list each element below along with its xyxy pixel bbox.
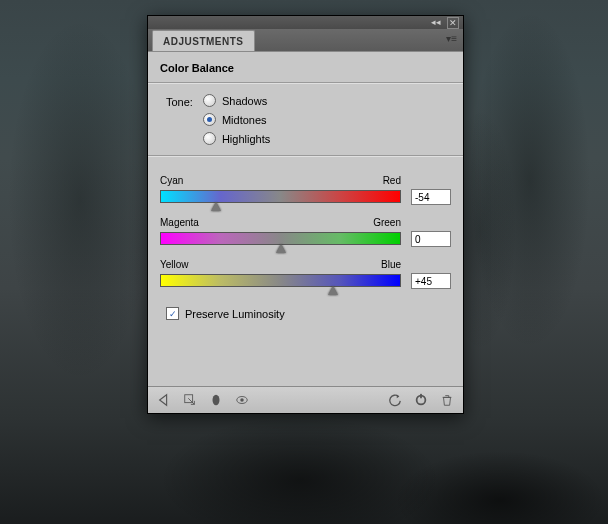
slider-label-right: Green: [373, 217, 401, 228]
reset-icon[interactable]: [413, 392, 429, 408]
slider-value-input[interactable]: [411, 231, 451, 247]
slider-magenta-green: Magenta Green: [160, 217, 451, 245]
svg-point-3: [240, 398, 244, 402]
slider-thumb[interactable]: [328, 286, 338, 295]
clip-icon[interactable]: [208, 392, 224, 408]
trash-icon[interactable]: [439, 392, 455, 408]
slider-value-input[interactable]: [411, 189, 451, 205]
adjustment-title: Color Balance: [160, 60, 451, 82]
tone-label: Tone:: [166, 94, 193, 108]
panel-body: Color Balance Tone: Shadows Midtones Hig…: [148, 52, 463, 386]
radio-icon: [203, 132, 216, 145]
panel-dragbar[interactable]: ◂◂ ✕: [148, 16, 463, 29]
slider-label-left: Yellow: [160, 259, 189, 270]
slider-track[interactable]: [160, 232, 401, 245]
slider-label-left: Cyan: [160, 175, 183, 186]
divider: [148, 155, 463, 157]
panel-bottombar: [148, 386, 463, 413]
slider-label-right: Red: [383, 175, 401, 186]
radio-shadows[interactable]: Shadows: [203, 94, 270, 107]
radio-label: Highlights: [222, 133, 270, 145]
panel-menu-icon[interactable]: ▾≡: [446, 33, 457, 44]
slider-track[interactable]: [160, 274, 401, 287]
expand-icon[interactable]: [182, 392, 198, 408]
close-icon[interactable]: ✕: [447, 17, 459, 29]
tone-group: Tone: Shadows Midtones Highlights: [166, 94, 451, 145]
svg-point-1: [213, 395, 220, 406]
slider-label-right: Blue: [381, 259, 401, 270]
radio-icon: [203, 94, 216, 107]
slider-thumb[interactable]: [211, 202, 221, 211]
slider-cyan-red: Cyan Red: [160, 175, 451, 203]
tone-radios: Shadows Midtones Highlights: [203, 94, 270, 145]
svg-rect-5: [420, 394, 422, 398]
radio-midtones[interactable]: Midtones: [203, 113, 270, 126]
sliders-group: Cyan Red Magenta Green: [160, 175, 451, 287]
collapse-icon[interactable]: ◂◂: [431, 18, 441, 27]
adjustments-panel: ◂◂ ✕ ADJUSTMENTS ▾≡ Color Balance Tone: …: [147, 15, 464, 414]
previous-state-icon[interactable]: [387, 392, 403, 408]
radio-highlights[interactable]: Highlights: [203, 132, 270, 145]
radio-label: Shadows: [222, 95, 267, 107]
slider-label-left: Magenta: [160, 217, 199, 228]
panel-tabbar: ADJUSTMENTS ▾≡: [148, 29, 463, 52]
slider-value-input[interactable]: [411, 273, 451, 289]
checkbox-label: Preserve Luminosity: [185, 308, 285, 320]
slider-track[interactable]: [160, 190, 401, 203]
preserve-luminosity-checkbox[interactable]: ✓ Preserve Luminosity: [166, 307, 451, 320]
slider-thumb[interactable]: [276, 244, 286, 253]
back-icon[interactable]: [156, 392, 172, 408]
visibility-icon[interactable]: [234, 392, 250, 408]
tab-adjustments[interactable]: ADJUSTMENTS: [152, 30, 255, 51]
checkbox-icon: ✓: [166, 307, 179, 320]
radio-icon: [203, 113, 216, 126]
divider: [148, 82, 463, 84]
radio-label: Midtones: [222, 114, 267, 126]
slider-yellow-blue: Yellow Blue: [160, 259, 451, 287]
